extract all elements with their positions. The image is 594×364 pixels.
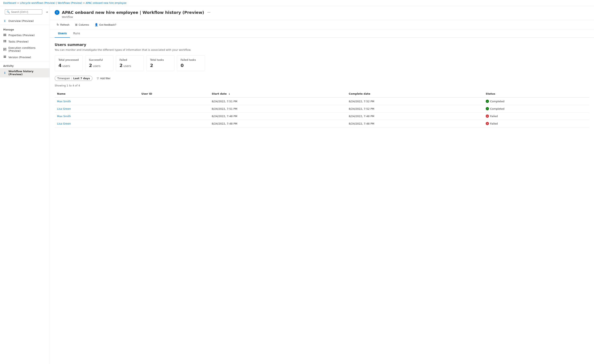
- svg-rect-5: [3, 41, 4, 41]
- svg-rect-10: [4, 49, 6, 49]
- user-name-link[interactable]: Lisa Green: [57, 122, 71, 125]
- card-total-tasks-label: Total tasks: [150, 58, 170, 61]
- timespan-filter[interactable]: Timespan : Last 7 days: [55, 76, 92, 81]
- add-filter-label: Add filter: [100, 77, 110, 80]
- sidebar-item-properties[interactable]: Properties (Preview): [0, 32, 50, 38]
- timespan-colon: :: [71, 77, 72, 80]
- user-name-link[interactable]: Max Smith: [57, 115, 71, 118]
- tasks-label: Tasks (Preview): [8, 40, 28, 43]
- table-body: Max Smith 8/24/2022, 7:51 PM 8/24/2022, …: [55, 98, 589, 127]
- workflow-history-icon: ℹ: [3, 71, 7, 74]
- divider-1: [0, 25, 50, 25]
- cell-start-date: 8/24/2022, 7:51 PM: [209, 98, 346, 105]
- page-title-row: i APAC onboard new hire employee | Workf…: [55, 9, 589, 15]
- breadcrumb-apac[interactable]: APAC onboard new hire employee: [86, 2, 127, 4]
- activity-section-label: Activity: [0, 62, 50, 68]
- breadcrumb-dashboard[interactable]: Dashboard: [3, 2, 16, 4]
- manage-section-label: Manage: [0, 26, 50, 32]
- failed-icon: ✕: [486, 115, 489, 118]
- sidebar-item-workflow-history[interactable]: ℹ Workflow history (Preview): [0, 68, 50, 78]
- page-header: i APAC onboard new hire employee | Workf…: [50, 6, 594, 20]
- search-icon: 🔍: [7, 10, 10, 13]
- sidebar-item-execution-conditions[interactable]: Execution conditions (Preview): [0, 45, 50, 54]
- status-text: Failed: [490, 115, 498, 118]
- columns-icon: ⊞: [75, 23, 78, 26]
- timespan-value: Last 7 days: [73, 77, 90, 80]
- workflow-history-label: Workflow history (Preview): [8, 70, 46, 76]
- completed-icon: ✓: [486, 100, 489, 103]
- cell-complete-date: 8/24/2022, 7:52 PM: [346, 98, 483, 105]
- search-input[interactable]: [11, 10, 40, 13]
- card-total-processed: Total processed 4users: [55, 55, 83, 71]
- cell-user-id: [139, 105, 209, 112]
- users-summary-description: You can monitor and investigate the diff…: [55, 48, 589, 51]
- summary-cards: Total processed 4users Successful 2users…: [55, 55, 589, 71]
- refresh-button[interactable]: ↻ Refresh: [55, 22, 72, 27]
- status-text: Completed: [490, 100, 504, 103]
- breadcrumb-lifecycle[interactable]: Lifecycle workflows (Preview) | Workflow…: [20, 2, 82, 4]
- breadcrumb: Dashboard > Lifecycle workflows (Preview…: [0, 0, 594, 6]
- tab-runs[interactable]: Runs: [70, 29, 83, 38]
- refresh-icon: ↻: [57, 23, 59, 26]
- user-name-link[interactable]: Lisa Green: [57, 107, 71, 110]
- table-row: Max Smith 8/24/2022, 7:48 PM 8/24/2022, …: [55, 112, 589, 120]
- sort-icon: ↓: [228, 93, 230, 95]
- svg-rect-12: [4, 50, 5, 50]
- status-completed: ✓ Completed: [486, 100, 587, 103]
- cell-status: ✕ Failed: [483, 120, 589, 127]
- cell-status: ✕ Failed: [483, 112, 589, 120]
- filter-bar: Timespan : Last 7 days ▽ Add filter: [55, 76, 589, 81]
- svg-rect-14: [4, 57, 6, 57]
- card-failed: Failed 2users: [116, 55, 144, 71]
- card-successful-value: 2users: [89, 63, 109, 68]
- card-failed-tasks-value: 0: [181, 63, 201, 68]
- start-date-label: Start date: [212, 92, 227, 95]
- col-complete-date: Complete date: [346, 90, 483, 98]
- cell-user-id: [139, 120, 209, 127]
- col-start-date[interactable]: Start date ↓: [209, 90, 346, 98]
- sidebar-item-overview[interactable]: ℹ Overview (Preview): [0, 18, 50, 24]
- page-info-icon: i: [55, 10, 60, 15]
- cell-start-date: 8/24/2022, 7:51 PM: [209, 105, 346, 112]
- status-completed: ✓ Completed: [486, 107, 587, 110]
- columns-button[interactable]: ⊞ Columns: [73, 22, 91, 27]
- svg-rect-4: [4, 40, 6, 40]
- main-layout: 🔍 « ℹ Overview (Preview) Manage Properti…: [0, 6, 594, 364]
- collapse-sidebar-button[interactable]: «: [45, 9, 49, 15]
- table-header: Name User ID Start date ↓ Complete date …: [55, 90, 589, 98]
- content-area: Users summary You can monitor and invest…: [50, 38, 594, 132]
- add-filter-button[interactable]: ▽ Add filter: [94, 76, 113, 81]
- card-failed-value: 2users: [120, 63, 140, 68]
- sidebar-item-version[interactable]: Version (Preview): [0, 54, 50, 60]
- ellipsis-menu-button[interactable]: ···: [207, 9, 211, 15]
- user-name-link[interactable]: Max Smith: [57, 100, 71, 103]
- card-failed-tasks: Failed tasks 0: [177, 55, 205, 71]
- cell-status: ✓ Completed: [483, 105, 589, 112]
- divider-2: [0, 61, 50, 61]
- feedback-label: Got feedback?: [99, 23, 116, 26]
- execution-conditions-label: Execution conditions (Preview): [8, 46, 46, 52]
- svg-rect-6: [4, 41, 6, 41]
- card-failed-tasks-label: Failed tasks: [181, 58, 201, 61]
- filter-icon: ▽: [97, 77, 99, 80]
- tasks-icon: [3, 40, 7, 43]
- table-row: Lisa Green 8/24/2022, 7:48 PM 8/24/2022,…: [55, 120, 589, 127]
- tabs: Users Runs: [50, 29, 594, 38]
- feedback-button[interactable]: 👤 Got feedback?: [93, 22, 118, 27]
- cell-status: ✓ Completed: [483, 98, 589, 105]
- col-name: Name: [55, 90, 139, 98]
- table-row: Max Smith 8/24/2022, 7:51 PM 8/24/2022, …: [55, 98, 589, 105]
- version-label: Version (Preview): [8, 56, 31, 59]
- tab-users[interactable]: Users: [55, 29, 70, 38]
- svg-rect-7: [3, 42, 4, 42]
- sidebar-item-tasks[interactable]: Tasks (Preview): [0, 38, 50, 45]
- cell-name: Lisa Green: [55, 120, 139, 127]
- svg-rect-13: [4, 57, 6, 58]
- cell-name: Lisa Green: [55, 105, 139, 112]
- cell-user-id: [139, 98, 209, 105]
- cell-complete-date: 8/24/2022, 7:48 PM: [346, 120, 483, 127]
- card-successful: Successful 2users: [85, 55, 113, 71]
- cell-name: Max Smith: [55, 112, 139, 120]
- cell-start-date: 8/24/2022, 7:48 PM: [209, 112, 346, 120]
- table-header-row: Name User ID Start date ↓ Complete date …: [55, 90, 589, 98]
